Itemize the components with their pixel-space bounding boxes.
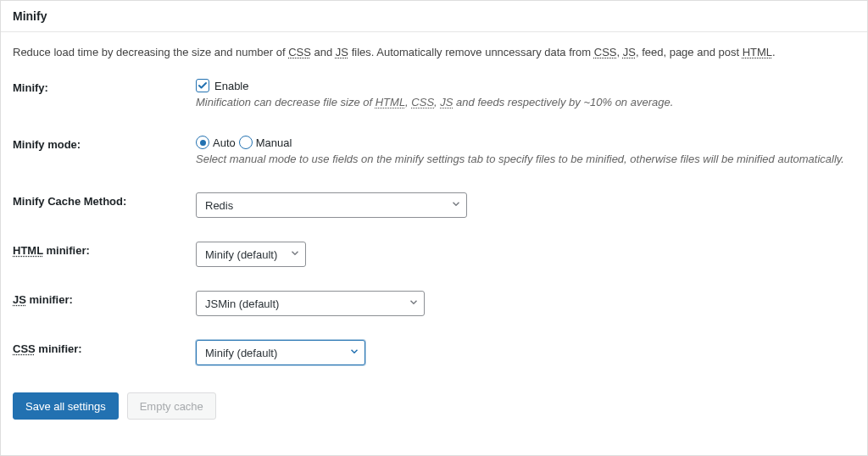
mode-manual-radio[interactable]: Manual [239,136,292,149]
enable-label: Enable [214,80,248,92]
select-value: Minify (default) [205,248,277,261]
minify-help: Minification can decrease file size of H… [196,96,855,108]
cache-method-select[interactable]: Redis [196,192,467,218]
radio-label-auto: Auto [213,136,236,149]
radio-label-manual: Manual [256,136,292,149]
enable-checkbox[interactable]: Enable [196,79,855,92]
css-minifier-label: CSS minifier: [13,340,196,355]
description: Reduce load time by decreasing the size … [13,46,855,58]
select-value: JSMin (default) [205,298,279,310]
minify-label: Minify: [13,79,196,94]
section-header: Minify [1,1,867,32]
js-minifier-select[interactable]: JSMin (default) [196,291,425,316]
select-value: Minify (default) [205,347,277,359]
page-title: Minify [13,9,855,23]
radio-icon [196,136,209,149]
js-minifier-label: JS minifier: [13,291,196,306]
html-minifier-select[interactable]: Minify (default) [196,242,306,267]
select-value: Redis [205,199,233,212]
empty-cache-button[interactable]: Empty cache [127,392,216,420]
html-minifier-label: HTML minifier: [13,242,196,257]
mode-help: Select manual mode to use fields on the … [196,153,855,165]
mode-auto-radio[interactable]: Auto [196,136,236,149]
cache-method-label: Minify Cache Method: [13,192,196,208]
css-minifier-select[interactable]: Minify (default) [196,340,365,365]
radio-icon [239,136,253,149]
save-button[interactable]: Save all settings [13,392,119,420]
checkbox-icon [196,79,209,92]
mode-label: Minify mode: [13,136,196,151]
